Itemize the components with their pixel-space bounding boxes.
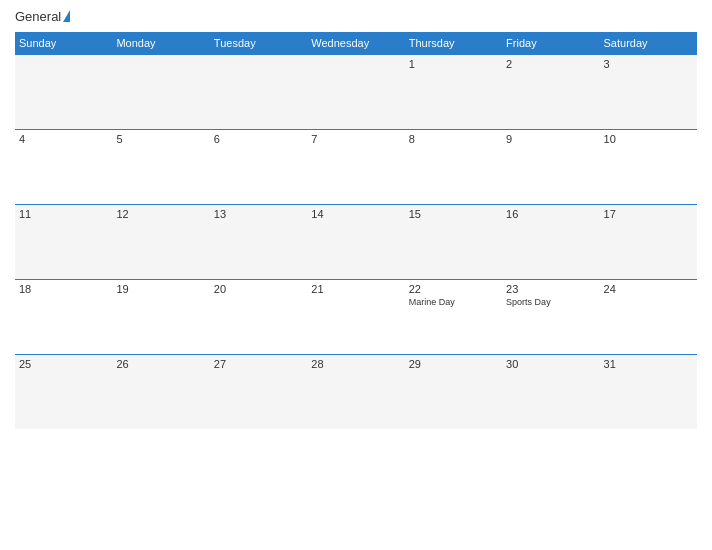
- holiday-label: Sports Day: [506, 297, 595, 307]
- day-number: 7: [311, 133, 400, 145]
- day-number: 19: [116, 283, 205, 295]
- weekday-header-tuesday: Tuesday: [210, 32, 307, 55]
- calendar-cell: [210, 54, 307, 129]
- day-number: 10: [604, 133, 693, 145]
- calendar-cell: 4: [15, 129, 112, 204]
- calendar-cell: 24: [600, 279, 697, 354]
- day-number: 11: [19, 208, 108, 220]
- calendar-week-row: 25262728293031: [15, 354, 697, 429]
- day-number: 13: [214, 208, 303, 220]
- calendar-cell: 8: [405, 129, 502, 204]
- calendar-cell: 23Sports Day: [502, 279, 599, 354]
- calendar-cell: 15: [405, 204, 502, 279]
- weekday-header-thursday: Thursday: [405, 32, 502, 55]
- calendar-cell: 27: [210, 354, 307, 429]
- day-number: 3: [604, 58, 693, 70]
- calendar-week-row: 1819202122Marine Day23Sports Day24: [15, 279, 697, 354]
- calendar-cell: 21: [307, 279, 404, 354]
- calendar-week-row: 123: [15, 54, 697, 129]
- calendar-cell: 19: [112, 279, 209, 354]
- day-number: 2: [506, 58, 595, 70]
- day-number: 8: [409, 133, 498, 145]
- weekday-header-saturday: Saturday: [600, 32, 697, 55]
- calendar-header: SundayMondayTuesdayWednesdayThursdayFrid…: [15, 32, 697, 55]
- calendar-cell: 14: [307, 204, 404, 279]
- day-number: 22: [409, 283, 498, 295]
- calendar-cell: 6: [210, 129, 307, 204]
- header: General: [15, 10, 697, 24]
- calendar-cell: 25: [15, 354, 112, 429]
- calendar-cell: 13: [210, 204, 307, 279]
- calendar-cell: 26: [112, 354, 209, 429]
- weekday-header-row: SundayMondayTuesdayWednesdayThursdayFrid…: [15, 32, 697, 55]
- day-number: 26: [116, 358, 205, 370]
- calendar-cell: 22Marine Day: [405, 279, 502, 354]
- weekday-header-friday: Friday: [502, 32, 599, 55]
- logo-triangle-icon: [63, 10, 70, 22]
- calendar-container: General SundayMondayTuesdayWednesdayThur…: [0, 0, 712, 550]
- day-number: 15: [409, 208, 498, 220]
- day-number: 28: [311, 358, 400, 370]
- day-number: 31: [604, 358, 693, 370]
- calendar-table: SundayMondayTuesdayWednesdayThursdayFrid…: [15, 32, 697, 430]
- day-number: 5: [116, 133, 205, 145]
- day-number: 24: [604, 283, 693, 295]
- calendar-cell: 2: [502, 54, 599, 129]
- day-number: 20: [214, 283, 303, 295]
- day-number: 27: [214, 358, 303, 370]
- calendar-cell: 3: [600, 54, 697, 129]
- calendar-cell: [307, 54, 404, 129]
- calendar-week-row: 11121314151617: [15, 204, 697, 279]
- day-number: 23: [506, 283, 595, 295]
- day-number: 21: [311, 283, 400, 295]
- logo: General: [15, 10, 70, 24]
- calendar-cell: 12: [112, 204, 209, 279]
- calendar-cell: 30: [502, 354, 599, 429]
- day-number: 16: [506, 208, 595, 220]
- calendar-cell: 28: [307, 354, 404, 429]
- weekday-header-wednesday: Wednesday: [307, 32, 404, 55]
- calendar-cell: 11: [15, 204, 112, 279]
- calendar-week-row: 45678910: [15, 129, 697, 204]
- calendar-cell: 10: [600, 129, 697, 204]
- day-number: 12: [116, 208, 205, 220]
- holiday-label: Marine Day: [409, 297, 498, 307]
- day-number: 18: [19, 283, 108, 295]
- weekday-header-sunday: Sunday: [15, 32, 112, 55]
- day-number: 29: [409, 358, 498, 370]
- calendar-cell: 20: [210, 279, 307, 354]
- calendar-cell: 1: [405, 54, 502, 129]
- day-number: 1: [409, 58, 498, 70]
- day-number: 14: [311, 208, 400, 220]
- calendar-cell: 17: [600, 204, 697, 279]
- calendar-cell: 9: [502, 129, 599, 204]
- weekday-header-monday: Monday: [112, 32, 209, 55]
- logo-general-text: General: [15, 10, 70, 24]
- day-number: 6: [214, 133, 303, 145]
- day-number: 25: [19, 358, 108, 370]
- calendar-cell: 31: [600, 354, 697, 429]
- calendar-cell: [15, 54, 112, 129]
- calendar-cell: [112, 54, 209, 129]
- day-number: 30: [506, 358, 595, 370]
- calendar-cell: 18: [15, 279, 112, 354]
- day-number: 17: [604, 208, 693, 220]
- calendar-cell: 16: [502, 204, 599, 279]
- calendar-body: 12345678910111213141516171819202122Marin…: [15, 54, 697, 429]
- calendar-cell: 7: [307, 129, 404, 204]
- day-number: 4: [19, 133, 108, 145]
- day-number: 9: [506, 133, 595, 145]
- calendar-cell: 5: [112, 129, 209, 204]
- calendar-cell: 29: [405, 354, 502, 429]
